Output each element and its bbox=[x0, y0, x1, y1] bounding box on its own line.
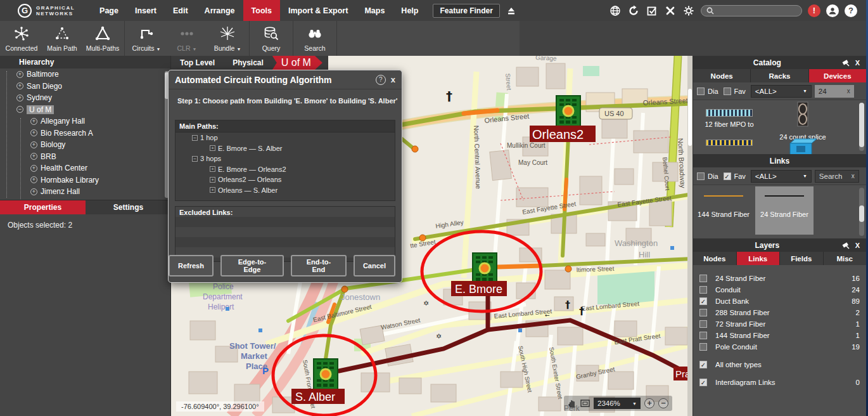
dialog-help-icon[interactable]: ? bbox=[376, 75, 386, 85]
global-search-input[interactable] bbox=[717, 7, 793, 15]
tree-item-sydney[interactable]: Sydney bbox=[0, 92, 171, 104]
menu-import-export[interactable]: Import & Export bbox=[280, 0, 356, 21]
global-search-box[interactable] bbox=[701, 5, 802, 16]
path-ebmore-salber[interactable]: E. Bmore — S. Alber bbox=[176, 143, 395, 154]
expand-icon[interactable] bbox=[30, 188, 37, 195]
search-button[interactable]: Search bbox=[295, 21, 335, 56]
globe-icon[interactable] bbox=[609, 4, 622, 17]
layer-checkbox[interactable] bbox=[699, 297, 707, 305]
fav-checkbox[interactable] bbox=[724, 172, 731, 180]
expand-icon[interactable] bbox=[16, 94, 23, 101]
user-icon[interactable] bbox=[826, 4, 839, 17]
breadcrumb-top-level[interactable]: Top Level bbox=[171, 58, 224, 67]
pin-icon[interactable] bbox=[841, 58, 850, 67]
catalog-tab-devices[interactable]: Devices bbox=[809, 69, 866, 82]
layer-checkbox[interactable] bbox=[699, 361, 707, 368]
gear-icon[interactable] bbox=[682, 4, 695, 17]
expand-icon[interactable] bbox=[30, 153, 37, 160]
dialog-close-icon[interactable]: x bbox=[391, 75, 395, 84]
tree-item-health-center[interactable]: Health Center bbox=[0, 162, 171, 174]
tab-properties[interactable]: Properties bbox=[0, 200, 86, 214]
link-item-144-strand[interactable]: 144 Strand Fiber bbox=[694, 186, 753, 235]
layer-checkbox[interactable] bbox=[699, 320, 707, 328]
layers-tab-links[interactable]: Links bbox=[737, 252, 781, 265]
catalog-search-input[interactable] bbox=[819, 88, 845, 95]
connected-button[interactable]: Connected bbox=[1, 21, 42, 56]
tree-item-bio-research-a[interactable]: Bio Research A bbox=[0, 127, 171, 140]
scrollbar-thumb[interactable] bbox=[859, 205, 864, 222]
path-group-1hop[interactable]: 1 hop bbox=[176, 133, 395, 143]
path-ebmore-orleans2[interactable]: E. Bmore — Orleans2 bbox=[176, 164, 395, 175]
node-e-bmore[interactable] bbox=[473, 253, 497, 283]
zoom-in-button[interactable]: + bbox=[644, 398, 654, 408]
alerts-icon[interactable]: ! bbox=[808, 4, 820, 17]
tab-settings[interactable]: Settings bbox=[86, 200, 171, 214]
zoom-out-button[interactable]: − bbox=[658, 398, 668, 408]
tree-item-san-diego[interactable]: San Diego bbox=[0, 81, 171, 93]
close-icon[interactable]: X bbox=[855, 59, 860, 67]
links-search-box[interactable]: x bbox=[815, 170, 859, 183]
catalog-type-dropdown[interactable]: <ALL>▼ bbox=[751, 85, 812, 98]
tree-item-brb[interactable]: BRB bbox=[0, 151, 171, 163]
path-group-3hops[interactable]: 3 hops bbox=[176, 153, 395, 164]
expand-icon[interactable] bbox=[210, 177, 215, 183]
catalog-item-partial[interactable] bbox=[694, 140, 764, 146]
tree-item-jimenz-hall[interactable]: Jimenz Hall bbox=[0, 186, 171, 198]
menu-edit[interactable]: Edit bbox=[165, 0, 196, 21]
edge-to-edge-button[interactable]: Edge-to-Edge bbox=[220, 255, 284, 276]
dia-checkbox[interactable] bbox=[697, 88, 705, 95]
bundle-dropdown-button[interactable]: Bundle▼ bbox=[207, 21, 248, 56]
end-to-end-button[interactable]: End-to-End bbox=[291, 255, 347, 276]
pan-hand-icon[interactable] bbox=[568, 399, 577, 408]
catalog-scrollbar[interactable] bbox=[859, 103, 864, 151]
menu-help[interactable]: Help bbox=[393, 0, 426, 21]
layers-tab-nodes[interactable]: Nodes bbox=[693, 252, 737, 265]
catalog-tab-nodes[interactable]: Nodes bbox=[693, 69, 751, 82]
expand-icon[interactable] bbox=[30, 118, 37, 125]
query-button[interactable]: Query bbox=[251, 21, 291, 56]
expand-icon[interactable] bbox=[30, 176, 37, 183]
menu-arrange[interactable]: Arrange bbox=[196, 0, 243, 21]
breadcrumb-physical[interactable]: Physical bbox=[224, 58, 272, 67]
catalog-tab-racks[interactable]: Racks bbox=[751, 69, 808, 82]
path-orleans-salber[interactable]: Orleans — S. Alber bbox=[176, 185, 395, 196]
link-item-24-strand[interactable]: 24 Strand Fiber bbox=[755, 186, 814, 235]
layer-checkbox[interactable] bbox=[699, 332, 707, 339]
layer-checkbox[interactable] bbox=[699, 286, 707, 294]
scrollbar-thumb[interactable] bbox=[859, 103, 864, 147]
links-search-input[interactable] bbox=[819, 172, 848, 180]
main-path-button[interactable]: Main Path bbox=[42, 21, 82, 56]
feature-finder-button[interactable]: Feature Finder bbox=[433, 4, 499, 18]
extent-frame-icon[interactable] bbox=[580, 400, 590, 407]
tools-icon[interactable] bbox=[664, 4, 677, 17]
layer-checkbox[interactable] bbox=[699, 309, 707, 316]
menu-insert[interactable]: Insert bbox=[127, 0, 165, 21]
collapse-icon[interactable] bbox=[192, 156, 198, 162]
zoom-level-dropdown[interactable]: 2346%▼ bbox=[594, 398, 641, 409]
expand-icon[interactable] bbox=[210, 187, 215, 193]
layer-checkbox[interactable] bbox=[699, 275, 707, 282]
cancel-button[interactable]: Cancel bbox=[354, 255, 395, 276]
expand-icon[interactable] bbox=[210, 166, 215, 172]
clear-search-icon[interactable]: x bbox=[852, 172, 855, 179]
links-scrollbar[interactable] bbox=[859, 188, 864, 236]
layers-tab-fields[interactable]: Fields bbox=[780, 252, 824, 265]
link-item-partial[interactable] bbox=[755, 237, 814, 238]
clear-search-icon[interactable]: x bbox=[847, 88, 850, 94]
refresh-button[interactable]: Refresh bbox=[169, 255, 214, 276]
collapse-icon[interactable] bbox=[16, 106, 23, 113]
eject-icon[interactable] bbox=[505, 4, 518, 17]
tree-item-baltimore[interactable]: Baltimore bbox=[0, 68, 171, 81]
expand-icon[interactable] bbox=[30, 129, 37, 136]
catalog-search-box[interactable]: x bbox=[815, 85, 854, 98]
node-s-alber[interactable] bbox=[314, 359, 338, 389]
dia-checkbox[interactable] bbox=[697, 172, 705, 180]
layer-checkbox[interactable] bbox=[699, 379, 707, 386]
tasks-checkbox-icon[interactable] bbox=[646, 4, 658, 17]
link-item-partial[interactable] bbox=[694, 237, 753, 238]
menu-page[interactable]: Page bbox=[91, 0, 127, 21]
expand-icon[interactable] bbox=[210, 145, 215, 151]
refresh-icon[interactable] bbox=[627, 4, 640, 17]
scrollbar-thumb[interactable] bbox=[688, 89, 692, 146]
multi-paths-button[interactable]: Multi-Paths bbox=[82, 21, 123, 56]
